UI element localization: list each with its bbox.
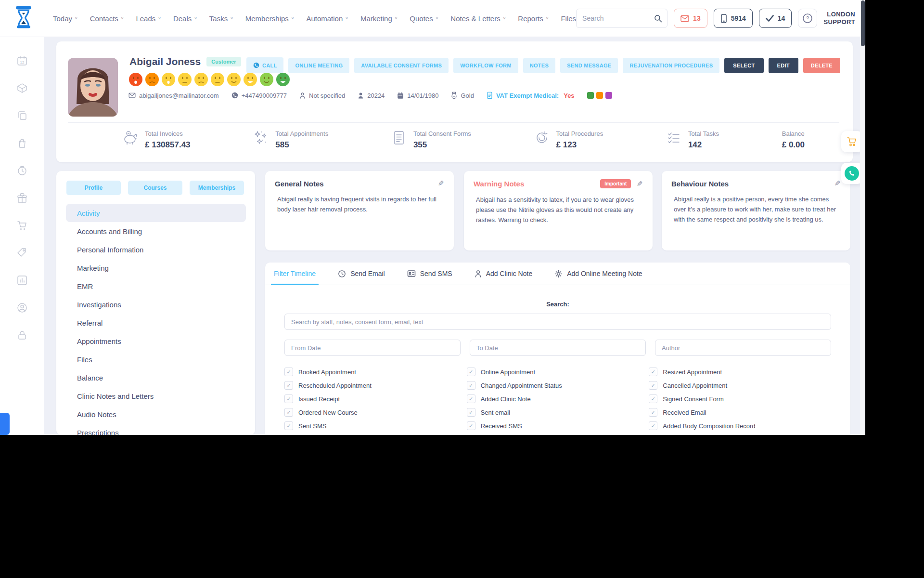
- checkbox-checked-icon[interactable]: ✓: [649, 421, 657, 430]
- menu-tasks[interactable]: Tasks∨: [209, 14, 233, 23]
- rail-calendar-icon[interactable]: 12: [16, 55, 28, 66]
- stat-total-invoices[interactable]: Total Invoices£ 130857.43: [123, 130, 191, 150]
- mood-emoji-1[interactable]: [128, 72, 143, 87]
- rail-package-icon[interactable]: [16, 82, 28, 94]
- app-logo-hourglass-icon[interactable]: [13, 5, 35, 31]
- floating-cart-button[interactable]: [841, 131, 862, 152]
- available-consent-forms-button[interactable]: AVAILABLE CONSENT FORMS: [354, 58, 449, 73]
- menu-automation[interactable]: Automation∨: [306, 14, 348, 23]
- checkbox-checked-icon[interactable]: ✓: [284, 421, 293, 430]
- sms-credits-button[interactable]: 5914: [714, 9, 753, 28]
- filter-changed-appointment-status[interactable]: ✓Changed Appointment Status: [467, 381, 649, 390]
- tab-filter-timeline[interactable]: Filter Timeline: [274, 263, 316, 285]
- mood-emoji-9[interactable]: [259, 72, 274, 87]
- call-button[interactable]: CALL: [246, 57, 284, 73]
- search-input[interactable]: [581, 14, 641, 23]
- menu-quotes[interactable]: Quotes∨: [410, 14, 438, 23]
- panel-item-files[interactable]: Files: [66, 350, 246, 368]
- floating-call-button[interactable]: [841, 163, 862, 184]
- mood-emoji-5[interactable]: [194, 72, 208, 87]
- mood-emoji-4[interactable]: [178, 72, 192, 87]
- menu-marketing[interactable]: Marketing∨: [360, 14, 398, 23]
- stat-total-consent-forms[interactable]: Total Consent Forms355: [391, 130, 471, 150]
- tab-send-sms[interactable]: Send SMS: [407, 263, 452, 285]
- to-date-input[interactable]: [470, 340, 646, 356]
- menu-memberships[interactable]: Memberships∨: [245, 14, 295, 23]
- filter-cancelled-appointment[interactable]: ✓Cancelled Appointment: [649, 381, 831, 390]
- filter-issued-receipt[interactable]: ✓Issued Receipt: [284, 394, 467, 403]
- filter-resized-appointment[interactable]: ✓Resized Appointment: [649, 368, 831, 376]
- online-meeting-button[interactable]: ONLINE MEETING: [288, 58, 349, 73]
- edit-pencil-icon[interactable]: ✎: [438, 179, 444, 188]
- filter-rescheduled-appointment[interactable]: ✓Rescheduled Appointment: [284, 381, 467, 390]
- edit-button[interactable]: EDIT: [769, 58, 798, 73]
- send-message-button[interactable]: SEND MESSAGE: [560, 58, 618, 73]
- stat-total-tasks[interactable]: Total Tasks142: [666, 130, 719, 150]
- panel-item-referral[interactable]: Referral: [66, 314, 246, 332]
- edit-pencil-icon[interactable]: ✎: [834, 179, 841, 188]
- rail-copy-icon[interactable]: [16, 110, 28, 121]
- checkbox-checked-icon[interactable]: ✓: [467, 408, 475, 417]
- rail-tag-icon[interactable]: [16, 247, 28, 259]
- rail-cart-icon[interactable]: [16, 220, 28, 231]
- rail-gift-icon[interactable]: [16, 192, 28, 204]
- panel-item-balance[interactable]: Balance: [66, 368, 246, 387]
- client-email[interactable]: abigailjones@mailinator.com: [128, 92, 219, 99]
- client-phone[interactable]: +447490009777: [231, 92, 287, 99]
- checkbox-checked-icon[interactable]: ✓: [649, 381, 657, 390]
- mood-emoji-6[interactable]: [210, 72, 225, 87]
- mood-emoji-7[interactable]: [227, 72, 241, 87]
- panel-item-activity[interactable]: Activity: [66, 204, 246, 222]
- tab-add-clinic-note[interactable]: Add Clinic Note: [475, 263, 533, 285]
- stat-balance[interactable]: Balance£ 0.00: [782, 130, 805, 150]
- scrollbar-thumb[interactable]: [861, 0, 865, 46]
- mood-emoji-8[interactable]: [243, 72, 257, 87]
- delete-button[interactable]: DELETE: [803, 58, 840, 73]
- checkbox-checked-icon[interactable]: ✓: [649, 368, 657, 376]
- rail-account-icon[interactable]: [16, 302, 28, 314]
- tab-memberships[interactable]: Memberships: [190, 181, 244, 195]
- notes-button[interactable]: NOTES: [523, 58, 555, 73]
- mood-emoji-3[interactable]: [161, 72, 176, 87]
- checkbox-checked-icon[interactable]: ✓: [649, 408, 657, 417]
- filter-signed-consent-form[interactable]: ✓Signed Consent Form: [649, 394, 831, 403]
- menu-notes-letters[interactable]: Notes & Letters∨: [450, 14, 506, 23]
- checkbox-checked-icon[interactable]: ✓: [649, 394, 657, 403]
- menu-deals[interactable]: Deals∨: [173, 14, 197, 23]
- workflow-form-button[interactable]: WORKFLOW FORM: [453, 58, 518, 73]
- panel-item-investigations[interactable]: Investigations: [66, 295, 246, 314]
- timeline-search-input[interactable]: [284, 314, 831, 330]
- filter-ordered-new-course[interactable]: ✓Ordered New Course: [284, 408, 467, 417]
- panel-item-personal-information[interactable]: Personal Information: [66, 240, 246, 259]
- filter-sent-sms[interactable]: ✓Sent SMS: [284, 421, 467, 430]
- rejuvenation-procedures-button[interactable]: REJUVENATION PROCEDURES: [623, 58, 719, 73]
- tab-profile[interactable]: Profile: [66, 181, 121, 195]
- search-icon[interactable]: [654, 14, 662, 23]
- panel-item-marketing[interactable]: Marketing: [66, 259, 246, 277]
- edit-pencil-icon[interactable]: ✎: [637, 180, 643, 188]
- rail-shopping-bag-icon[interactable]: [16, 137, 28, 149]
- from-date-input[interactable]: [284, 340, 461, 356]
- rail-chart-icon[interactable]: [16, 275, 28, 286]
- checkbox-checked-icon[interactable]: ✓: [467, 368, 475, 376]
- checkbox-checked-icon[interactable]: ✓: [284, 368, 293, 376]
- tab-courses[interactable]: Courses: [128, 181, 182, 195]
- panel-item-emr[interactable]: EMR: [66, 277, 246, 295]
- menu-contacts[interactable]: Contacts∨: [90, 14, 124, 23]
- filter-sent-email[interactable]: ✓Sent email: [467, 408, 649, 417]
- menu-leads[interactable]: Leads∨: [136, 14, 161, 23]
- filter-booked-appointment[interactable]: ✓Booked Appointment: [284, 368, 467, 376]
- checkbox-checked-icon[interactable]: ✓: [284, 394, 293, 403]
- email-notifications-button[interactable]: 13: [674, 9, 707, 28]
- rail-history-icon[interactable]: [16, 165, 28, 176]
- panel-item-audio-notes[interactable]: Audio Notes: [66, 405, 246, 423]
- panel-item-accounts-billing[interactable]: Accounts and Billing: [66, 222, 246, 240]
- panel-item-prescriptions[interactable]: Prescriptions: [66, 423, 246, 435]
- filter-received-sms[interactable]: ✓Received SMS: [467, 421, 649, 430]
- checkbox-checked-icon[interactable]: ✓: [467, 394, 475, 403]
- select-button[interactable]: SELECT: [724, 58, 763, 73]
- menu-files[interactable]: Files: [561, 14, 576, 23]
- checkbox-checked-icon[interactable]: ✓: [284, 408, 293, 417]
- rail-lock-icon[interactable]: [16, 329, 28, 341]
- help-button[interactable]: ?: [798, 9, 817, 28]
